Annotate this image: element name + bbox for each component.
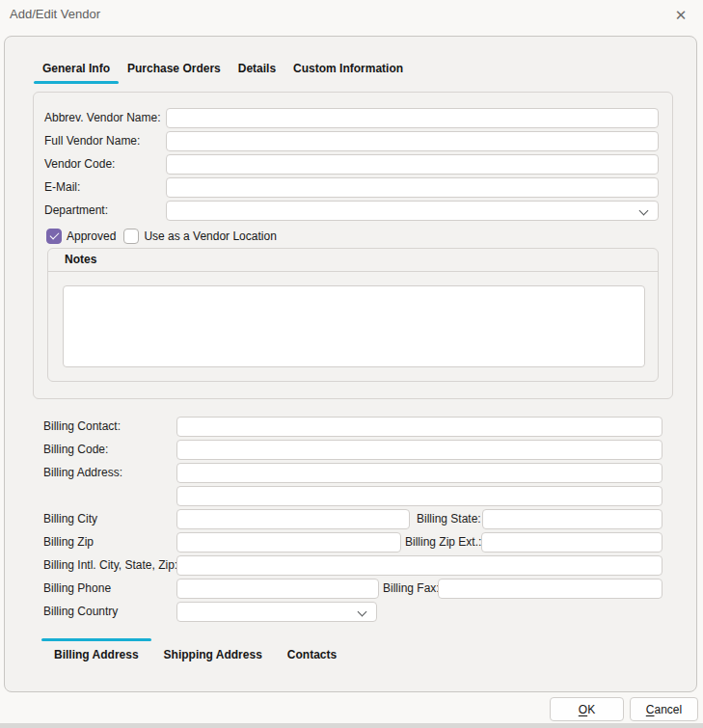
general-info-group: Abbrev. Vendor Name: Full Vendor Name: V… <box>33 92 673 399</box>
billing-address-row: Billing Address: <box>5 463 698 483</box>
full-vendor-name-input[interactable] <box>166 131 659 151</box>
vendor-code-input[interactable] <box>166 154 659 175</box>
billing-address-line2-input[interactable] <box>176 486 662 506</box>
billing-country-select[interactable] <box>176 602 377 622</box>
dialog-body-panel: General Info Purchase Orders Details Cus… <box>4 36 697 692</box>
full-vendor-name-label: Full Vendor Name: <box>44 131 140 151</box>
billing-zip-ext-input[interactable] <box>481 532 662 553</box>
vendor-code-label: Vendor Code: <box>44 154 115 175</box>
billing-fax-label: Billing Fax: <box>383 579 440 599</box>
tab-shipping-address[interactable]: Shipping Address <box>151 638 275 663</box>
billing-fax-input[interactable] <box>438 579 662 599</box>
vendor-location-checkbox-label: Use as a Vendor Location <box>144 229 276 243</box>
billing-country-label: Billing Country <box>43 602 118 622</box>
tab-general-info[interactable]: General Info <box>34 60 119 84</box>
billing-address-line1-input[interactable] <box>176 463 662 483</box>
billing-state-input[interactable] <box>482 509 662 529</box>
checkbox-row: Approved Use as a Vendor Location <box>46 228 284 244</box>
billing-state-label: Billing State: <box>417 509 481 529</box>
chevron-down-icon <box>358 607 367 617</box>
vendor-location-checkbox[interactable] <box>123 229 139 244</box>
top-tab-strip: General Info Purchase Orders Details Cus… <box>34 60 412 84</box>
billing-zip-ext-label: Billing Zip Ext.: <box>405 532 481 553</box>
billing-zip-input[interactable] <box>176 532 401 553</box>
billing-phone-label: Billing Phone <box>43 579 111 599</box>
approved-checkbox-label: Approved <box>67 229 116 243</box>
billing-contact-row: Billing Contact: <box>5 417 698 437</box>
department-label: Department: <box>44 201 108 221</box>
chevron-down-icon <box>639 206 649 216</box>
email-label: E-Mail: <box>44 177 80 198</box>
billing-contact-input[interactable] <box>176 417 662 437</box>
add-edit-vendor-dialog: Add/Edit Vendor ✕ General Info Purchase … <box>0 0 703 728</box>
notes-group-title: Notes <box>48 249 658 272</box>
billing-contact-label: Billing Contact: <box>43 417 121 437</box>
billing-address-label: Billing Address: <box>43 463 122 483</box>
window-bottom-edge <box>0 723 703 728</box>
billing-phone-fax-row: Billing Phone Billing Fax: <box>5 579 698 599</box>
billing-code-row: Billing Code: <box>5 440 698 460</box>
ok-button[interactable]: OK <box>550 697 624 721</box>
email-input[interactable] <box>166 177 659 198</box>
billing-intl-label: Billing Intl. City, State, Zip: <box>43 555 177 576</box>
abbrev-vendor-name-label: Abbrev. Vendor Name: <box>44 108 161 128</box>
dialog-title: Add/Edit Vendor <box>10 7 100 21</box>
tab-details[interactable]: Details <box>230 60 284 84</box>
tab-custom-information[interactable]: Custom Information <box>284 60 412 84</box>
billing-country-row: Billing Country <box>5 602 698 622</box>
billing-phone-input[interactable] <box>176 579 379 599</box>
close-icon[interactable]: ✕ <box>665 2 696 29</box>
abbrev-vendor-name-input[interactable] <box>166 108 659 128</box>
billing-address2-row <box>5 486 698 506</box>
cancel-button[interactable]: Cancel <box>630 697 698 721</box>
notes-textarea[interactable] <box>63 285 645 367</box>
bottom-tab-strip: Billing Address Shipping Address Contact… <box>41 638 349 663</box>
approved-checkbox[interactable] <box>46 229 62 244</box>
tab-billing-address[interactable]: Billing Address <box>41 638 151 663</box>
billing-intl-row: Billing Intl. City, State, Zip: <box>5 555 698 576</box>
tab-contacts[interactable]: Contacts <box>275 638 349 663</box>
billing-zip-row: Billing Zip Billing Zip Ext.: <box>5 532 698 553</box>
notes-group: Notes <box>47 248 659 382</box>
billing-code-label: Billing Code: <box>43 440 108 460</box>
billing-intl-input[interactable] <box>176 555 662 576</box>
billing-city-input[interactable] <box>176 509 410 529</box>
billing-city-state-row: Billing City Billing State: <box>5 509 698 529</box>
billing-zip-label: Billing Zip <box>43 532 94 553</box>
tab-purchase-orders[interactable]: Purchase Orders <box>119 60 230 84</box>
billing-code-input[interactable] <box>176 440 662 460</box>
department-select[interactable] <box>166 201 659 221</box>
billing-city-label: Billing City <box>43 509 97 529</box>
